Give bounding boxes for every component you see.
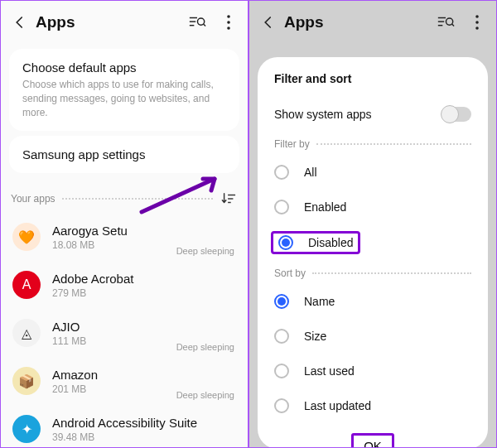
option-label: All <box>304 166 317 179</box>
divider-dots <box>312 272 471 274</box>
app-icon: 🧡 <box>12 223 41 251</box>
header: Apps <box>249 1 496 44</box>
sort-button[interactable] <box>220 190 238 208</box>
app-name: Aarogya Setu <box>52 224 236 238</box>
more-vertical-icon <box>475 15 479 30</box>
more-button[interactable] <box>220 13 238 31</box>
svg-point-7 <box>227 26 230 30</box>
app-name: Adobe Acrobat <box>52 272 236 286</box>
back-button[interactable] <box>11 13 29 31</box>
filter-option-enabled[interactable]: Enabled <box>258 190 488 224</box>
system-apps-toggle[interactable] <box>442 107 471 122</box>
card-title: Choose default apps <box>22 60 226 75</box>
sort-by-header: Sort by <box>258 261 488 284</box>
search-settings-icon[interactable] <box>437 13 455 31</box>
radio-icon <box>274 200 289 214</box>
radio-icon <box>278 235 293 250</box>
section-label: Filter by <box>274 138 310 150</box>
card-subtitle: Choose which apps to use for making call… <box>22 78 226 119</box>
apps-list-screen: Apps Choose default apps Choose which ap… <box>0 0 248 448</box>
row-label: Show system apps <box>274 108 372 121</box>
back-button[interactable] <box>259 13 277 31</box>
sort-icon <box>221 191 236 206</box>
filter-sort-screen: Apps Filter and sort Show system apps Fi… <box>248 0 497 448</box>
chevron-left-icon <box>12 15 27 30</box>
svg-point-6 <box>227 21 230 24</box>
divider-dots <box>62 198 213 200</box>
section-label: Sort by <box>274 267 306 279</box>
svg-line-15 <box>452 24 454 26</box>
svg-point-14 <box>446 18 452 25</box>
filter-option-disabled[interactable]: Disabled <box>258 224 488 261</box>
sort-option-name[interactable]: Name <box>258 284 488 319</box>
modal-title: Filter and sort <box>258 72 488 97</box>
filter-options: AllEnabledDisabled <box>258 155 488 261</box>
filter-sort-modal: Filter and sort Show system apps Filter … <box>258 57 488 448</box>
app-size: 39.48 MB <box>52 431 236 443</box>
radio-icon <box>274 165 289 180</box>
app-item[interactable]: ◬ AJIO 111 MB Deep sleeping <box>1 309 248 357</box>
option-label: Last updated <box>304 399 371 412</box>
show-system-apps-row[interactable]: Show system apps <box>258 97 488 132</box>
app-size: 279 MB <box>52 287 236 299</box>
search-list-icon <box>188 14 206 31</box>
app-icon: ◬ <box>12 319 41 347</box>
sort-option-size[interactable]: Size <box>258 319 488 354</box>
more-vertical-icon <box>227 15 230 30</box>
divider-dots <box>316 143 471 145</box>
app-icon: ✦ <box>12 415 41 443</box>
search-list-icon <box>437 14 455 31</box>
app-name: Android Accessibility Suite <box>52 416 236 430</box>
svg-point-18 <box>475 26 479 30</box>
samsung-app-settings-card[interactable]: Samsung app settings <box>9 136 239 173</box>
app-icon: A <box>12 271 41 299</box>
option-label: Disabled <box>308 236 353 249</box>
ok-button[interactable]: OK <box>351 433 394 448</box>
radio-icon <box>274 364 289 378</box>
filter-by-header: Filter by <box>258 132 488 155</box>
card-title: Samsung app settings <box>22 147 226 161</box>
filter-option-all[interactable]: All <box>258 155 488 190</box>
svg-point-5 <box>227 15 230 18</box>
svg-line-4 <box>204 24 205 26</box>
search-settings-icon[interactable] <box>188 13 206 31</box>
app-icon: 📦 <box>12 367 41 395</box>
radio-icon <box>274 329 289 344</box>
option-label: Name <box>304 295 335 308</box>
section-label: Your apps <box>11 193 55 205</box>
app-item[interactable]: A Adobe Acrobat 279 MB <box>1 261 248 309</box>
sort-option-last-updated[interactable]: Last updated <box>258 388 488 423</box>
choose-default-apps-card[interactable]: Choose default apps Choose which apps to… <box>9 49 239 131</box>
your-apps-header: Your apps <box>11 190 238 208</box>
radio-icon <box>274 294 289 309</box>
sort-option-last-used[interactable]: Last used <box>258 354 488 388</box>
app-name: Amazon <box>52 368 236 382</box>
app-status: Deep sleeping <box>176 390 234 400</box>
svg-point-17 <box>475 21 479 24</box>
chevron-left-icon <box>261 15 276 30</box>
app-item[interactable]: ✦ Android Accessibility Suite 39.48 MB <box>1 405 248 448</box>
option-label: Size <box>304 330 326 343</box>
option-label: Enabled <box>304 200 346 214</box>
app-name: AJIO <box>52 320 236 334</box>
app-item[interactable]: 🧡 Aarogya Setu 18.08 MB Deep sleeping <box>1 213 248 261</box>
header: Apps <box>1 1 248 44</box>
radio-icon <box>274 398 289 413</box>
option-label: Last used <box>304 364 355 378</box>
page-title: Apps <box>36 13 188 31</box>
svg-point-3 <box>197 18 204 25</box>
page-title: Apps <box>284 13 437 31</box>
svg-point-16 <box>475 15 479 18</box>
sort-options: NameSizeLast usedLast updated <box>258 284 488 423</box>
app-status: Deep sleeping <box>176 342 234 352</box>
app-list: 🧡 Aarogya Setu 18.08 MB Deep sleepingA A… <box>1 213 248 448</box>
app-status: Deep sleeping <box>176 246 234 256</box>
app-item[interactable]: 📦 Amazon 201 MB Deep sleeping <box>1 357 248 405</box>
more-button[interactable] <box>468 13 486 31</box>
